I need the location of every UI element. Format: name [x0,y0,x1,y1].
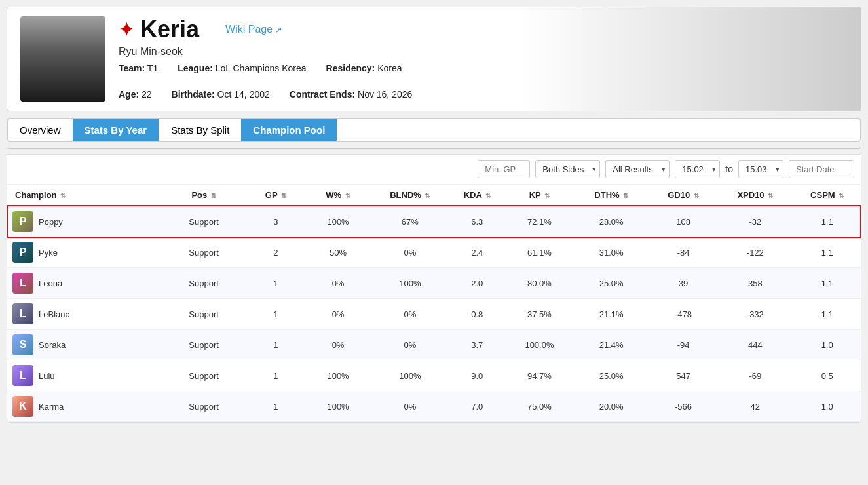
td-champion: LLeona [7,268,160,299]
table-row: SSorakaSupport10%0%3.7100.0%21.4%-944441… [7,330,861,360]
td-pos: Support [160,206,247,237]
table-row: LLeonaSupport10%100%2.080.0%25.0%393581.… [7,268,861,299]
player-header: ✦ Keria Wiki Page Ryu Min-seok Team: T1 … [7,7,861,111]
start-date-input[interactable] [789,160,854,178]
table-header-row: Champion ⇅ Pos ⇅ GP ⇅ W% ⇅ BLND% ⇅ KDA ⇅… [7,185,861,206]
td-cspm: 1.1 [793,268,861,299]
td-cspm: 0.5 [793,360,861,391]
champ-name: Leona [39,279,62,288]
table-row: LLuluSupport1100%100%9.094.7%25.0%547-69… [7,360,861,391]
th-wpct[interactable]: W% ⇅ [305,185,371,206]
tabs-bar: Overview Stats By Year Stats By Split Ch… [7,118,861,149]
th-xpd10[interactable]: XPD10 ⇅ [717,185,793,206]
td-kp: 37.5% [506,299,573,330]
champ-icon: L [12,303,33,324]
th-pos[interactable]: Pos ⇅ [160,185,247,206]
to-version-select[interactable]: 15.03 [738,160,783,178]
th-kp[interactable]: KP ⇅ [506,185,573,206]
td-champion: LLeBlanc [7,299,160,330]
td-dth: 28.0% [573,206,650,237]
contract-detail: Contract Ends: Nov 16, 2026 [290,89,413,100]
champ-name: Poppy [39,217,63,227]
td-kda: 6.3 [448,206,506,237]
td-kda: 2.4 [448,237,506,268]
th-cspm[interactable]: CSPM ⇅ [793,185,861,206]
to-label: to [725,164,733,174]
td-dth: 25.0% [573,268,650,299]
tab-stats-by-split[interactable]: Stats By Split [159,119,241,141]
th-blnd[interactable]: BLND% ⇅ [371,185,448,206]
td-blnd: 100% [371,268,448,299]
td-blnd: 0% [371,237,448,268]
td-kp: 61.1% [506,237,573,268]
td-dth: 21.4% [573,330,650,360]
td-cspm: 1.1 [793,206,861,237]
wiki-page-link[interactable]: Wiki Page [225,24,282,35]
player-info: ✦ Keria Wiki Page Ryu Min-seok Team: T1 … [119,16,848,102]
td-gp: 1 [247,299,305,330]
results-select[interactable]: All Results [605,160,670,178]
td-gp: 2 [247,237,305,268]
td-pos: Support [160,299,247,330]
th-gd10[interactable]: GD10 ⇅ [650,185,717,206]
th-kda[interactable]: KDA ⇅ [448,185,506,206]
td-wpct: 100% [305,391,371,422]
th-gp[interactable]: GP ⇅ [247,185,305,206]
td-blnd: 0% [371,330,448,360]
td-blnd: 100% [371,360,448,391]
league-detail: League: LoL Champions Korea [178,63,306,73]
td-pos: Support [160,391,247,422]
td-pos: Support [160,268,247,299]
tab-stats-by-year[interactable]: Stats By Year [73,119,160,141]
table-row: PPykeSupport250%0%2.461.1%31.0%-84-1221.… [7,237,861,268]
min-gp-input[interactable] [478,160,530,178]
td-cspm: 1.0 [793,391,861,422]
td-kp: 100.0% [506,330,573,360]
champ-icon: L [12,273,33,294]
td-gp: 1 [247,330,305,360]
player-name: Keria [140,16,199,43]
td-wpct: 100% [305,360,371,391]
td-xpd10: -122 [717,237,793,268]
td-kda: 2.0 [448,268,506,299]
player-avatar [20,16,105,102]
filter-bar: Both Sides All Results 15.02 to 15.03 [7,154,861,184]
champ-icon: P [12,211,33,232]
td-wpct: 50% [305,237,371,268]
tab-champion-pool[interactable]: Champion Pool [241,119,337,141]
table-row: KKarmaSupport1100%0%7.075.0%20.0%-566421… [7,391,861,422]
td-cspm: 1.1 [793,237,861,268]
birthdate-detail: Birthdate: Oct 14, 2002 [172,89,270,100]
age-detail: Age: 22 [119,89,152,100]
team-detail: Team: T1 [119,63,158,73]
player-details: Team: T1 League: LoL Champions Korea Res… [119,63,848,102]
champ-icon: K [12,396,33,417]
td-champion: KKarma [7,391,160,422]
th-champion[interactable]: Champion ⇅ [7,185,160,206]
champ-icon: S [12,334,33,355]
th-dth[interactable]: DTH% ⇅ [573,185,650,206]
champ-icon: P [12,242,33,263]
td-dth: 25.0% [573,360,650,391]
tab-overview[interactable]: Overview [8,119,73,141]
from-version-select[interactable]: 15.02 [675,160,720,178]
td-xpd10: 444 [717,330,793,360]
td-gd10: -84 [650,237,717,268]
td-kp: 75.0% [506,391,573,422]
stats-table-wrapper: Champion ⇅ Pos ⇅ GP ⇅ W% ⇅ BLND% ⇅ KDA ⇅… [7,184,861,423]
sides-select[interactable]: Both Sides [535,160,600,178]
td-dth: 31.0% [573,237,650,268]
td-kp: 80.0% [506,268,573,299]
td-xpd10: 358 [717,268,793,299]
td-gd10: -566 [650,391,717,422]
td-kda: 3.7 [448,330,506,360]
from-version-wrapper: 15.02 [675,160,720,178]
td-xpd10: -69 [717,360,793,391]
t1-logo-icon: ✦ [119,19,134,41]
td-wpct: 0% [305,299,371,330]
td-gd10: 39 [650,268,717,299]
td-cspm: 1.0 [793,330,861,360]
td-gp: 3 [247,206,305,237]
table-row: LLeBlancSupport10%0%0.837.5%21.1%-478-33… [7,299,861,330]
champ-name: Lulu [39,371,55,381]
